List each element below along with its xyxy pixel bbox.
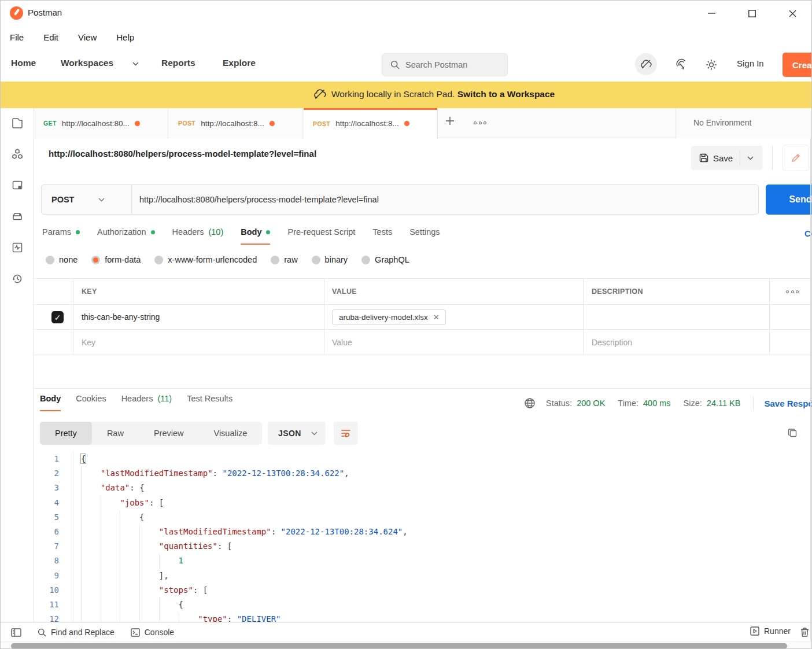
view-visualize[interactable]: Visualize xyxy=(198,422,262,445)
value-input-placeholder[interactable]: Value xyxy=(332,338,352,347)
environment-selector[interactable]: No Environment xyxy=(676,108,812,138)
copy-response-icon[interactable] xyxy=(787,427,798,438)
tab-authorization[interactable]: Authorization xyxy=(97,227,155,245)
create-button[interactable]: Create xyxy=(783,53,812,77)
language-dropdown[interactable]: JSON xyxy=(268,422,326,445)
size-label: Size: xyxy=(684,399,702,408)
menu-view[interactable]: View xyxy=(78,32,97,42)
method-label: POST xyxy=(51,195,74,204)
window-maximize-button[interactable] xyxy=(743,5,761,21)
response-tab-body[interactable]: Body xyxy=(40,394,61,411)
response-code: 1{2"lastModifiedTimestamp": "2022-12-13T… xyxy=(34,452,809,622)
banner-message: Working locally in Scratch Pad. xyxy=(331,89,455,99)
divider xyxy=(753,396,754,410)
tab-title: http://localhost:8... xyxy=(201,119,264,128)
mode-none[interactable]: none xyxy=(46,255,77,264)
request-tab-1[interactable]: GET http://localhost:80... xyxy=(34,108,168,138)
response-tab-test-results[interactable]: Test Results xyxy=(187,394,232,411)
description-input-placeholder[interactable]: Description xyxy=(592,338,632,347)
sign-in-link[interactable]: Sign In xyxy=(737,58,764,68)
response-tab-headers[interactable]: Headers(11) xyxy=(121,394,172,411)
nav-reports[interactable]: Reports xyxy=(161,58,195,68)
view-pretty[interactable]: Pretty xyxy=(40,422,92,445)
find-and-replace-button[interactable]: Find and Replace xyxy=(38,628,115,637)
more-options-icon[interactable] xyxy=(786,290,799,293)
mock-servers-icon[interactable] xyxy=(11,210,24,223)
edit-pencil-button[interactable] xyxy=(783,145,809,171)
status-value: 200 OK xyxy=(577,399,605,408)
new-tab-button[interactable] xyxy=(445,116,455,126)
sidebar-toggle-icon[interactable] xyxy=(11,628,21,637)
cloud-offline-icon[interactable] xyxy=(635,53,657,75)
find-and-replace-label: Find and Replace xyxy=(51,628,115,637)
runner-button[interactable]: Runner xyxy=(750,626,791,636)
send-button[interactable]: Send xyxy=(766,185,812,215)
wrap-text-button[interactable] xyxy=(334,422,358,445)
cookies-link[interactable]: Cookies xyxy=(804,229,812,238)
switch-workspace-link[interactable]: Switch to a Workspace xyxy=(457,89,555,99)
save-response-link[interactable]: Save Response xyxy=(764,399,812,408)
tab-method-badge: POST xyxy=(178,120,195,127)
request-tab-3-active[interactable]: POST http://localhost:8... xyxy=(304,108,438,139)
green-dot-icon xyxy=(266,230,270,234)
view-preview[interactable]: Preview xyxy=(139,422,199,445)
mode-raw[interactable]: raw xyxy=(271,255,297,264)
request-tab-2[interactable]: POST http://localhost:8... xyxy=(169,108,303,138)
key-cell[interactable]: this-can-be-any-string xyxy=(82,312,160,322)
mode-binary[interactable]: binary xyxy=(312,255,348,264)
nav-explore[interactable]: Explore xyxy=(223,58,256,68)
search-input[interactable] xyxy=(405,60,498,69)
green-dot-icon xyxy=(151,230,155,234)
search-box[interactable] xyxy=(382,53,508,76)
file-chip[interactable]: aruba-delivery-model.xlsx ✕ xyxy=(332,309,446,325)
column-key: KEY xyxy=(82,287,97,296)
collections-icon[interactable] xyxy=(11,116,24,129)
tab-pre-request-script[interactable]: Pre-request Script xyxy=(287,227,355,245)
url-input[interactable] xyxy=(132,195,758,204)
tab-tests[interactable]: Tests xyxy=(372,227,392,245)
tab-settings[interactable]: Settings xyxy=(409,227,440,245)
tab-method-badge: POST xyxy=(313,120,330,127)
satellite-icon[interactable] xyxy=(675,58,688,71)
apis-icon[interactable] xyxy=(11,148,24,160)
unsaved-dot-icon xyxy=(404,121,409,126)
view-raw[interactable]: Raw xyxy=(92,422,139,445)
more-options-icon[interactable] xyxy=(474,121,486,124)
window-close-button[interactable] xyxy=(784,5,801,21)
environments-icon[interactable] xyxy=(11,179,24,191)
remove-file-icon[interactable]: ✕ xyxy=(433,313,440,322)
response-tabs: Body Cookies Headers(11) Test Results xyxy=(40,394,232,411)
radio-icon xyxy=(271,256,279,264)
save-options-chevron[interactable] xyxy=(740,156,761,160)
history-icon[interactable] xyxy=(11,272,24,285)
menu-file[interactable]: File xyxy=(10,32,24,42)
menu-help[interactable]: Help xyxy=(116,32,134,42)
key-input-placeholder[interactable]: Key xyxy=(82,338,95,347)
settings-gear-icon[interactable] xyxy=(705,58,718,71)
form-data-table: KEY VALUE DESCRIPTION Bulk Edit ✓ this-c… xyxy=(34,278,812,355)
window-minimize-button[interactable] xyxy=(703,5,720,21)
mode-form-data[interactable]: form-data xyxy=(91,255,141,264)
menu-edit[interactable]: Edit xyxy=(43,32,58,42)
console-label: Console xyxy=(145,628,174,637)
horizontal-scrollbar xyxy=(1,641,811,649)
nav-workspaces[interactable]: Workspaces xyxy=(61,58,113,68)
tab-headers[interactable]: Headers(10) xyxy=(172,227,224,245)
response-tab-cookies[interactable]: Cookies xyxy=(76,394,106,411)
trash-icon[interactable] xyxy=(800,627,810,637)
console-button[interactable]: Console xyxy=(131,628,174,637)
monitors-icon[interactable] xyxy=(11,241,24,254)
environment-label[interactable]: No Environment xyxy=(693,118,751,127)
mode-x-www-form-urlencoded[interactable]: x-www-form-urlencoded xyxy=(154,255,257,264)
mode-graphql[interactable]: GraphQL xyxy=(361,255,409,264)
tab-params[interactable]: Params xyxy=(42,227,80,245)
method-dropdown[interactable]: POST xyxy=(42,195,131,204)
nav-home[interactable]: Home xyxy=(11,58,36,68)
save-button[interactable]: Save xyxy=(691,146,740,170)
green-dot-icon xyxy=(76,230,80,234)
scrollbar-thumb[interactable] xyxy=(11,643,787,649)
globe-icon[interactable] xyxy=(524,397,536,409)
tab-body[interactable]: Body xyxy=(241,227,270,245)
url-bar: POST xyxy=(41,185,759,215)
row-checkbox-checked[interactable]: ✓ xyxy=(51,311,64,323)
